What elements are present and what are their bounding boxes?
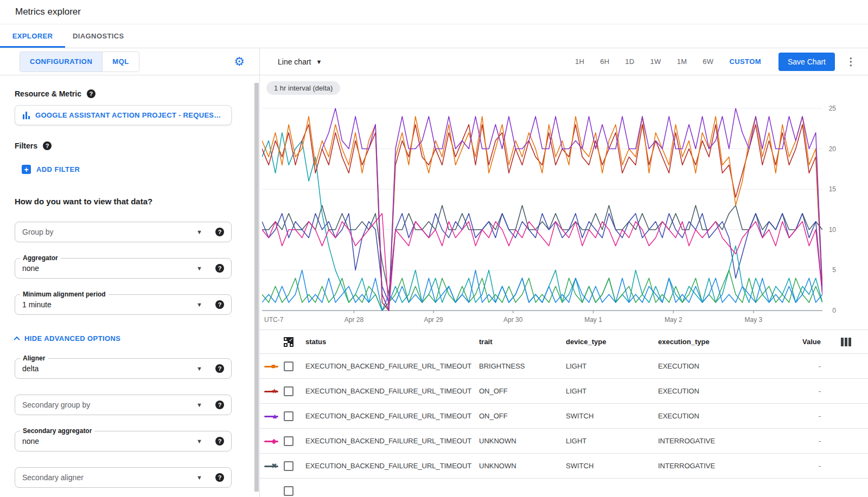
table-row[interactable]: ■EXECUTION_BACKEND_FAILURE_URL_TIMEOUTBR… xyxy=(260,354,868,379)
hide-advanced-options-button[interactable]: HIDE ADVANCED OPTIONS xyxy=(15,334,235,343)
y-axis-label-5: 5 xyxy=(822,266,836,274)
basic-fields: Group by▼?Aggregatornone▼?Minimum alignm… xyxy=(15,222,235,315)
cell-execution-type: INTERROGATIVE xyxy=(658,437,783,445)
table-row[interactable]: ▲EXECUTION_BACKEND_FAILURE_URL_TIMEOUTON… xyxy=(260,404,868,429)
cell-trait: BRIGHTNESS xyxy=(479,362,560,370)
cell-value: - xyxy=(788,462,821,470)
resource-metric-button[interactable]: GOOGLE ASSISTANT ACTION PROJECT - REQUES… xyxy=(15,105,232,125)
select-secondary-aggregator[interactable]: Secondary aggregatornone▼? xyxy=(15,431,232,451)
cell-device-type: LIGHT xyxy=(566,362,653,370)
series-marker: ◆ xyxy=(264,437,278,446)
select-aligner[interactable]: Alignerdelta▼? xyxy=(15,358,232,379)
configuration-form: Resource & Metric ? GOOGLE ASSISTANT ACT… xyxy=(0,75,259,488)
y-axis-label-25: 25 xyxy=(822,105,836,112)
row-checkbox[interactable] xyxy=(284,486,293,496)
chart-area: 1 hr interval (delta) 0510152025UTC-7Apr… xyxy=(260,75,868,330)
cell-status: EXECUTION_BACKEND_FAILURE_URL_TIMEOUT xyxy=(305,437,474,445)
left-panel-scrollbar[interactable] xyxy=(254,83,259,492)
help-icon[interactable]: ? xyxy=(215,473,224,482)
row-checkbox[interactable] xyxy=(284,461,293,471)
gear-icon[interactable]: ⚙ xyxy=(234,56,245,68)
chart-line-blue xyxy=(262,270,822,311)
tab-explorer[interactable]: EXPLORER xyxy=(0,24,65,48)
tab-bar: EXPLORER DIAGNOSTICS xyxy=(0,24,868,48)
select-secondary-group-by[interactable]: Secondary group by▼? xyxy=(15,395,232,415)
field-value-group-by: Group by xyxy=(22,228,54,236)
time-range-1h[interactable]: 1H xyxy=(575,57,584,66)
time-range-1w[interactable]: 1W xyxy=(650,57,661,66)
help-icon[interactable]: ? xyxy=(215,264,224,273)
chevron-down-icon: ▼ xyxy=(196,438,202,444)
more-options-icon[interactable]: ⋮ xyxy=(846,55,856,68)
field-label-minimum-alignment-period: Minimum alignment period xyxy=(20,291,108,298)
field-value-aggregator: none xyxy=(22,264,39,273)
row-checkbox[interactable] xyxy=(284,386,293,396)
cell-execution-type: EXECUTION xyxy=(658,362,783,370)
mode-toggle: CONFIGURATION MQL xyxy=(20,51,139,72)
app-bar: Metrics explorer xyxy=(0,0,868,24)
table-row-partial xyxy=(260,479,868,497)
table-row[interactable]: ✖EXECUTION_BACKEND_FAILURE_URL_TIMEOUTUN… xyxy=(260,454,868,479)
chevron-down-icon: ▼ xyxy=(196,229,202,235)
time-range-6w[interactable]: 6W xyxy=(703,57,713,66)
time-range-1m[interactable]: 1M xyxy=(677,57,687,66)
save-chart-button[interactable]: Save Chart xyxy=(778,53,835,71)
custom-range-button[interactable]: CUSTOM xyxy=(729,57,761,66)
help-icon[interactable]: ? xyxy=(87,89,95,98)
column-header-trait[interactable]: trait xyxy=(479,338,560,346)
metrics-explorer-page: Metrics explorer EXPLORER DIAGNOSTICS CO… xyxy=(0,0,868,497)
column-header-device-type[interactable]: device_type xyxy=(566,338,653,346)
columns-icon[interactable] xyxy=(826,338,851,346)
chart-toolbar: Line chart ▼ 1H6H1D1W1M6W CUSTOM Save Ch… xyxy=(260,48,868,75)
add-filter-button[interactable]: + ADD FILTER xyxy=(22,165,235,174)
cell-status: EXECUTION_BACKEND_FAILURE_URL_TIMEOUT xyxy=(305,462,474,470)
time-range-1d[interactable]: 1D xyxy=(625,57,634,66)
x-axis-utc-label: UTC-7 xyxy=(264,316,283,324)
cell-device-type: SWITCH xyxy=(566,412,653,420)
help-icon[interactable]: ? xyxy=(215,437,224,446)
table-row[interactable]: ◆EXECUTION_BACKEND_FAILURE_URL_TIMEOUTUN… xyxy=(260,429,868,454)
select-aggregator[interactable]: Aggregatornone▼? xyxy=(15,258,232,279)
cell-device-type: LIGHT xyxy=(566,437,653,445)
line-chart-svg xyxy=(262,100,822,316)
series-marker-glyph: ■ xyxy=(271,362,276,369)
table-row[interactable]: ★EXECUTION_BACKEND_FAILURE_URL_TIMEOUTON… xyxy=(260,379,868,404)
tab-diagnostics-label: DIAGNOSTICS xyxy=(73,32,124,40)
help-icon[interactable]: ? xyxy=(215,300,224,309)
help-icon[interactable]: ? xyxy=(215,228,224,236)
row-checkbox[interactable] xyxy=(284,436,293,446)
select-all-icon[interactable]: ✓ xyxy=(284,337,293,347)
add-filter-label: ADD FILTER xyxy=(36,165,80,173)
cell-value: - xyxy=(788,362,821,370)
help-icon[interactable]: ? xyxy=(215,364,224,373)
select-group-by[interactable]: Group by▼? xyxy=(15,222,232,242)
tab-diagnostics[interactable]: DIAGNOSTICS xyxy=(65,24,132,48)
help-icon[interactable]: ? xyxy=(215,401,224,409)
configuration-toolbar: CONFIGURATION MQL ⚙ xyxy=(0,48,259,75)
mode-configuration-button[interactable]: CONFIGURATION xyxy=(20,52,102,72)
chart-type-select[interactable]: Line chart ▼ xyxy=(278,57,322,66)
bar-chart-icon xyxy=(23,112,30,119)
cell-device-type: LIGHT xyxy=(566,387,653,395)
help-icon[interactable]: ? xyxy=(43,141,52,150)
select-minimum-alignment-period[interactable]: Minimum alignment period1 minute▼? xyxy=(15,294,232,315)
time-range-6h[interactable]: 6H xyxy=(600,57,609,66)
select-secondary-aligner[interactable]: Secondary aligner▼? xyxy=(15,467,232,488)
column-header-value[interactable]: Value xyxy=(788,338,821,346)
mode-mql-button[interactable]: MQL xyxy=(102,52,138,72)
row-checkbox[interactable] xyxy=(284,411,293,421)
x-axis-label-apr-30: Apr 30 xyxy=(503,316,522,324)
filters-label: Filters xyxy=(15,141,37,150)
cell-trait: ON_OFF xyxy=(479,387,560,395)
cell-value: - xyxy=(788,387,821,395)
column-header-execution-type[interactable]: execution_type xyxy=(658,338,783,346)
table-header-row: ✓ status trait device_type execution_typ… xyxy=(260,330,868,354)
chart-line-green xyxy=(262,270,822,311)
cell-trait: UNKNOWN xyxy=(479,437,560,445)
x-axis-label-may-1: May 1 xyxy=(584,316,602,324)
column-header-status[interactable]: status xyxy=(305,338,474,346)
field-value-minimum-alignment-period: 1 minute xyxy=(22,300,52,309)
cell-value: - xyxy=(788,412,821,420)
configuration-panel: CONFIGURATION MQL ⚙ Resource & Metric ? … xyxy=(0,48,260,497)
row-checkbox[interactable] xyxy=(284,362,293,371)
